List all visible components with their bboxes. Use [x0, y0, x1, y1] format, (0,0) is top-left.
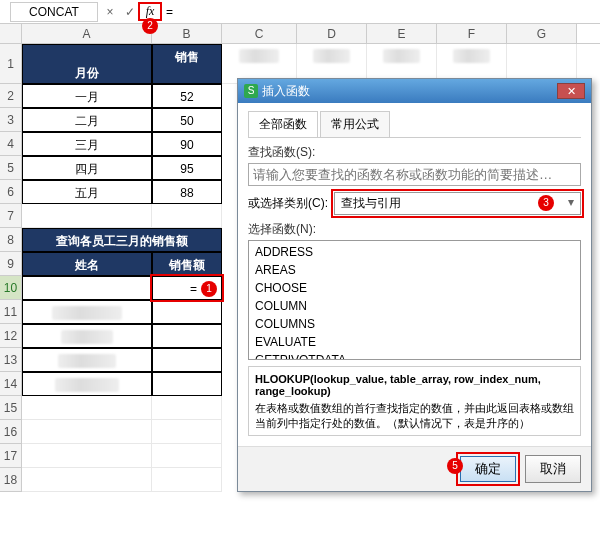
row-header[interactable]: 16 — [0, 420, 22, 444]
formula-input[interactable]: = — [160, 3, 600, 21]
col-header[interactable]: B — [152, 24, 222, 43]
cell[interactable] — [22, 276, 152, 300]
cell[interactable] — [22, 300, 152, 324]
tab-common-formulas[interactable]: 常用公式 — [320, 111, 390, 137]
cell-month[interactable]: 二月 — [22, 108, 152, 132]
row-header[interactable]: 17 — [0, 444, 22, 468]
search-input[interactable] — [248, 163, 581, 186]
insert-function-dialog: S 插入函数 ✕ 全部函数 常用公式 查找函数(S): 或选择类别(C): 查找… — [237, 78, 592, 492]
cell-month[interactable]: 一月 — [22, 84, 152, 108]
cell-value[interactable]: 52 — [152, 84, 222, 108]
table1-header-sales: 销售 — [152, 44, 222, 84]
row-header[interactable]: 5 — [0, 156, 22, 180]
row-header[interactable]: 18 — [0, 468, 22, 492]
cell[interactable] — [152, 372, 222, 396]
function-description: HLOOKUP(lookup_value, table_array, row_i… — [248, 366, 581, 436]
col-header[interactable]: E — [367, 24, 437, 43]
cell-value[interactable]: 50 — [152, 108, 222, 132]
fx-button[interactable]: fx 2 — [140, 4, 160, 19]
tab-all-functions[interactable]: 全部函数 — [248, 111, 318, 137]
select-all-corner[interactable] — [0, 24, 22, 43]
table2-title: 查询各员工三月的销售额 — [22, 228, 222, 252]
table2-col-sales: 销售额 — [152, 252, 222, 276]
search-label: 查找函数(S): — [248, 144, 581, 161]
dialog-tabs: 全部函数 常用公式 — [248, 111, 581, 138]
fn-item[interactable]: GETPIVOTDATA — [249, 351, 580, 360]
cell-value[interactable]: 95 — [152, 156, 222, 180]
cell-month[interactable]: 三月 — [22, 132, 152, 156]
col-header[interactable]: C — [222, 24, 297, 43]
callout-badge-3: 3 — [538, 195, 554, 211]
cell[interactable] — [22, 348, 152, 372]
name-box[interactable]: CONCAT — [10, 2, 98, 22]
function-list-label: 选择函数(N): — [248, 221, 581, 238]
cell-value[interactable]: 90 — [152, 132, 222, 156]
accept-formula-icon[interactable]: ✓ — [120, 5, 140, 19]
row-header[interactable]: 9 — [0, 252, 22, 276]
fn-item[interactable]: COLUMNS — [249, 315, 580, 333]
dialog-buttons: 5 确定 取消 — [238, 446, 591, 491]
function-list[interactable]: ADDRESS AREAS CHOOSE COLUMN COLUMNS EVAL… — [248, 240, 581, 360]
row-header[interactable]: 15 — [0, 396, 22, 420]
active-cell-b10[interactable]: = 1 — [152, 276, 222, 300]
row-header[interactable]: 8 — [0, 228, 22, 252]
category-label: 或选择类别(C): — [248, 195, 328, 212]
col-header[interactable]: A — [22, 24, 152, 43]
cell[interactable] — [22, 420, 152, 444]
category-value: 查找与引用 — [341, 196, 401, 210]
cell-month[interactable]: 四月 — [22, 156, 152, 180]
cell[interactable] — [22, 468, 152, 492]
dialog-titlebar[interactable]: S 插入函数 ✕ — [238, 79, 591, 103]
cancel-button[interactable]: 取消 — [525, 455, 581, 483]
fn-item[interactable]: EVALUATE — [249, 333, 580, 351]
row-header[interactable]: 6 — [0, 180, 22, 204]
cancel-formula-icon[interactable]: × — [100, 5, 120, 19]
row-header[interactable]: 1 — [0, 44, 22, 84]
category-select[interactable]: 查找与引用 3 — [334, 192, 581, 215]
table1-header-month: 月份 — [22, 44, 152, 84]
fn-item[interactable]: CHOOSE — [249, 279, 580, 297]
row-header[interactable]: 10 — [0, 276, 22, 300]
table2-col-name: 姓名 — [22, 252, 152, 276]
formula-bar: CONCAT × ✓ fx 2 = — [0, 0, 600, 24]
close-icon[interactable]: ✕ — [557, 83, 585, 99]
cell-month[interactable]: 五月 — [22, 180, 152, 204]
col-header[interactable]: G — [507, 24, 577, 43]
fn-item[interactable]: COLUMN — [249, 297, 580, 315]
cell[interactable] — [152, 324, 222, 348]
cell[interactable] — [22, 372, 152, 396]
cell[interactable] — [152, 420, 222, 444]
fn-item[interactable]: ADDRESS — [249, 243, 580, 261]
cell-content: = — [190, 282, 197, 296]
cell[interactable] — [152, 444, 222, 468]
cell-value[interactable]: 88 — [152, 180, 222, 204]
cell[interactable] — [152, 396, 222, 420]
row-header[interactable]: 2 — [0, 84, 22, 108]
row-header[interactable]: 7 — [0, 204, 22, 228]
dialog-title: 插入函数 — [262, 83, 310, 100]
row-header[interactable]: 11 — [0, 300, 22, 324]
cell[interactable] — [152, 348, 222, 372]
ok-button[interactable]: 确定 — [460, 456, 516, 482]
cell[interactable] — [22, 324, 152, 348]
col-header[interactable]: F — [437, 24, 507, 43]
row-header[interactable]: 4 — [0, 132, 22, 156]
cell[interactable] — [22, 444, 152, 468]
row-header[interactable]: 12 — [0, 324, 22, 348]
column-headers: A B C D E F G — [0, 24, 600, 44]
app-logo-icon: S — [244, 84, 258, 98]
col-header[interactable]: D — [297, 24, 367, 43]
cell[interactable] — [152, 204, 222, 228]
row-header[interactable]: 13 — [0, 348, 22, 372]
cell[interactable] — [22, 396, 152, 420]
fx-icon: fx — [146, 4, 155, 18]
callout-badge-5: 5 — [447, 458, 463, 474]
cell[interactable] — [152, 468, 222, 492]
row-header[interactable]: 3 — [0, 108, 22, 132]
callout-badge-1: 1 — [201, 281, 217, 297]
fn-item[interactable]: AREAS — [249, 261, 580, 279]
row-header[interactable]: 14 — [0, 372, 22, 396]
callout-badge-2: 2 — [142, 18, 158, 34]
cell[interactable] — [152, 300, 222, 324]
cell[interactable] — [22, 204, 152, 228]
